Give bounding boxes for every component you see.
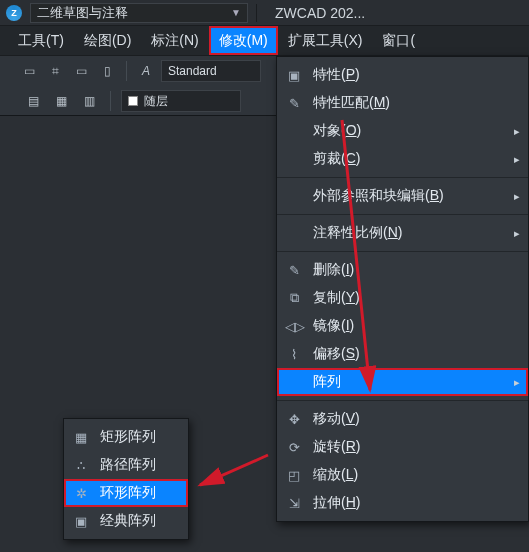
menuitem-label: 拉伸(H) — [313, 494, 506, 512]
modify-menu: ▣ 特性(P) ✎ 特性匹配(M) 对象(O) 剪裁(C) 外部参照和块编辑(B… — [276, 56, 529, 522]
menuitem-label: 剪裁(C) — [313, 150, 506, 168]
menuitem-label: 经典阵列 — [100, 512, 174, 530]
properties-icon: ▣ — [285, 68, 303, 83]
polar-icon: ✲ — [72, 486, 90, 501]
menu-bar: 工具(T) 绘图(D) 标注(N) 修改(M) 扩展工具(X) 窗口( — [0, 26, 529, 56]
menuitem-properties[interactable]: ▣ 特性(P) — [277, 61, 528, 89]
tool-icon[interactable]: ▭ — [70, 60, 92, 82]
eraser-icon: ✎ — [285, 263, 303, 278]
menu-separator — [277, 214, 528, 215]
menu-window[interactable]: 窗口( — [372, 26, 425, 55]
color-tool-icon[interactable]: ▥ — [78, 90, 100, 112]
tool-icon[interactable]: ▯ — [96, 60, 118, 82]
menuitem-label: 特性(P) — [313, 66, 506, 84]
menuitem-label: 环形阵列 — [100, 484, 174, 502]
menuitem-scale[interactable]: ◰ 缩放(L) — [277, 461, 528, 489]
menuitem-label: 注释性比例(N) — [313, 224, 506, 242]
divider — [256, 4, 257, 22]
app-title: ZWCAD 202... — [265, 5, 365, 21]
menu-dim[interactable]: 标注(N) — [141, 26, 208, 55]
text-style-icon[interactable]: A — [135, 60, 157, 82]
menuitem-rotate[interactable]: ⟳ 旋转(R) — [277, 433, 528, 461]
menu-separator — [277, 251, 528, 252]
menuitem-label: 路径阵列 — [100, 456, 174, 474]
grid-icon: ▦ — [72, 430, 90, 445]
menuitem-array[interactable]: 阵列 — [277, 368, 528, 396]
layer-color-value: 随层 — [144, 93, 168, 110]
tool-icon[interactable]: ▭ — [18, 60, 40, 82]
menuitem-move[interactable]: ✥ 移动(V) — [277, 405, 528, 433]
menuitem-label: 镜像(I) — [313, 317, 506, 335]
menuitem-annotative-scale[interactable]: 注释性比例(N) — [277, 219, 528, 247]
menuitem-label: 移动(V) — [313, 410, 506, 428]
workspace-label: 二维草图与注释 — [37, 4, 128, 22]
array-submenu: ▦ 矩形阵列 ∴ 路径阵列 ✲ 环形阵列 ▣ 经典阵列 — [63, 418, 189, 540]
text-style-combo[interactable]: Standard — [161, 60, 261, 82]
title-bar: Z 二维草图与注释 ▼ ZWCAD 202... — [0, 0, 529, 26]
menu-separator — [277, 400, 528, 401]
move-icon: ✥ — [285, 412, 303, 427]
menuitem-label: 偏移(S) — [313, 345, 506, 363]
menuitem-mirror[interactable]: ◁▷ 镜像(I) — [277, 312, 528, 340]
grid2-icon: ▣ — [72, 514, 90, 529]
text-style-value: Standard — [168, 64, 217, 78]
menu-draw[interactable]: 绘图(D) — [74, 26, 141, 55]
menuitem-label: 特性匹配(M) — [313, 94, 506, 112]
brush-icon: ✎ — [285, 96, 303, 111]
menuitem-match-properties[interactable]: ✎ 特性匹配(M) — [277, 89, 528, 117]
menuitem-clip[interactable]: 剪裁(C) — [277, 145, 528, 173]
menuitem-label: 对象(O) — [313, 122, 506, 140]
menuitem-path-array[interactable]: ∴ 路径阵列 — [64, 451, 188, 479]
menuitem-polar-array[interactable]: ✲ 环形阵列 — [64, 479, 188, 507]
separator — [110, 91, 111, 111]
menu-modify[interactable]: 修改(M) — [209, 26, 278, 55]
menuitem-classic-array[interactable]: ▣ 经典阵列 — [64, 507, 188, 535]
menu-ext-tools[interactable]: 扩展工具(X) — [278, 26, 373, 55]
menuitem-xref-edit[interactable]: 外部参照和块编辑(B) — [277, 182, 528, 210]
menuitem-offset[interactable]: ⌇ 偏移(S) — [277, 340, 528, 368]
separator — [126, 61, 127, 81]
menuitem-object[interactable]: 对象(O) — [277, 117, 528, 145]
layer-color-combo[interactable]: 随层 — [121, 90, 241, 112]
menuitem-copy[interactable]: ⧉ 复制(Y) — [277, 284, 528, 312]
menuitem-rect-array[interactable]: ▦ 矩形阵列 — [64, 423, 188, 451]
color-swatch-icon — [128, 96, 138, 106]
menuitem-erase[interactable]: ✎ 删除(I) — [277, 256, 528, 284]
color-tool-icon[interactable]: ▤ — [22, 90, 44, 112]
path-icon: ∴ — [72, 458, 90, 473]
scale-icon: ◰ — [285, 468, 303, 483]
app-icon: Z — [6, 5, 22, 21]
offset-icon: ⌇ — [285, 347, 303, 362]
copy-icon: ⧉ — [285, 290, 303, 306]
menuitem-label: 矩形阵列 — [100, 428, 174, 446]
rotate-icon: ⟳ — [285, 440, 303, 455]
menu-separator — [277, 177, 528, 178]
workspace-selector[interactable]: 二维草图与注释 ▼ — [30, 3, 248, 23]
menuitem-label: 外部参照和块编辑(B) — [313, 187, 506, 205]
menuitem-label: 旋转(R) — [313, 438, 506, 456]
mirror-icon: ◁▷ — [285, 319, 303, 334]
color-tool-icon[interactable]: ▦ — [50, 90, 72, 112]
menuitem-label: 阵列 — [313, 373, 506, 391]
menuitem-stretch[interactable]: ⇲ 拉伸(H) — [277, 489, 528, 517]
menuitem-label: 复制(Y) — [313, 289, 506, 307]
menu-tools[interactable]: 工具(T) — [8, 26, 74, 55]
menuitem-label: 删除(I) — [313, 261, 506, 279]
menuitem-label: 缩放(L) — [313, 466, 506, 484]
tool-icon[interactable]: ⌗ — [44, 60, 66, 82]
chevron-down-icon: ▼ — [231, 7, 241, 18]
stretch-icon: ⇲ — [285, 496, 303, 511]
